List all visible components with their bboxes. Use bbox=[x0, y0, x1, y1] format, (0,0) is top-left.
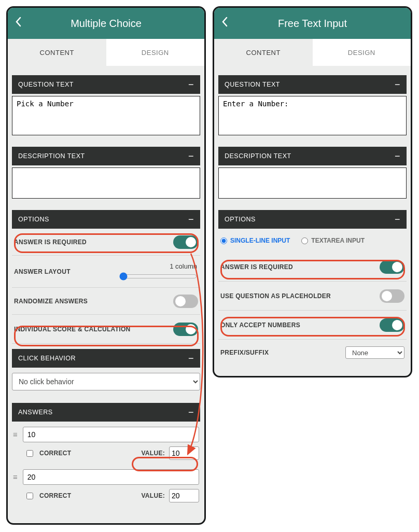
description-text-input[interactable] bbox=[218, 167, 407, 199]
question-text-input[interactable] bbox=[12, 96, 200, 135]
toggle-randomize[interactable] bbox=[173, 295, 198, 308]
collapse-icon[interactable]: − bbox=[395, 214, 400, 225]
section-label: CLICK BEHAVIOR bbox=[18, 355, 76, 362]
section-label: QUESTION TEXT bbox=[18, 81, 74, 88]
radio-single-line[interactable]: SINGLE-LINE INPUT bbox=[220, 237, 290, 244]
panel-content: QUESTION TEXT − DESCRIPTION TEXT − OPTIO… bbox=[8, 75, 204, 511]
section-options: OPTIONS − bbox=[12, 210, 200, 229]
value-input[interactable] bbox=[169, 446, 199, 460]
tab-content[interactable]: CONTENT bbox=[8, 39, 106, 66]
label-individual-score: INDIVIDUAL SCORE & CALCULATION bbox=[14, 326, 131, 333]
section-label: QUESTION TEXT bbox=[225, 81, 280, 88]
label-prefix-suffix: PREFIX/SUFFIX bbox=[220, 349, 269, 356]
collapse-icon[interactable]: − bbox=[188, 151, 194, 162]
description-text-input[interactable] bbox=[12, 167, 200, 199]
row-individual-score: INDIVIDUAL SCORE & CALCULATION bbox=[12, 315, 200, 344]
answer-row: ≡ CORRECT VALUE: bbox=[12, 464, 200, 507]
radio-textarea[interactable]: TEXTAREA INPUT bbox=[301, 237, 365, 244]
row-use-placeholder: USE QUESTION AS PLACEHOLDER bbox=[218, 282, 407, 311]
label-use-placeholder: USE QUESTION AS PLACEHOLDER bbox=[220, 292, 331, 300]
label-answer-required: ANSWER IS REQUIRED bbox=[14, 239, 87, 246]
titlebar: Multiple Choice bbox=[8, 8, 204, 39]
value-input[interactable] bbox=[169, 489, 199, 502]
panel-title: Multiple Choice bbox=[8, 18, 204, 30]
select-prefix-suffix[interactable]: None bbox=[345, 346, 404, 359]
panel-free-text: Free Text Input CONTENT DESIGN QUESTION … bbox=[213, 6, 412, 377]
tabs: CONTENT DESIGN bbox=[214, 39, 411, 66]
toggle-answer-required[interactable] bbox=[380, 260, 404, 274]
tab-content[interactable]: CONTENT bbox=[214, 39, 313, 66]
section-answers: ANSWERS − bbox=[12, 403, 200, 422]
correct-checkbox[interactable] bbox=[26, 493, 33, 499]
section-label: DESCRIPTION TEXT bbox=[225, 152, 291, 160]
collapse-icon[interactable]: − bbox=[188, 214, 194, 225]
panel-content: QUESTION TEXT − DESCRIPTION TEXT − OPTIO… bbox=[214, 75, 411, 370]
section-options: OPTIONS − bbox=[218, 210, 407, 229]
section-description-text: DESCRIPTION TEXT − bbox=[12, 147, 200, 165]
row-answer-required: ANSWER IS REQUIRED bbox=[218, 253, 407, 282]
section-label: OPTIONS bbox=[225, 216, 256, 223]
correct-checkbox[interactable] bbox=[26, 450, 33, 457]
label-correct: CORRECT bbox=[39, 450, 137, 457]
label-answer-layout: ANSWER LAYOUT bbox=[14, 268, 71, 275]
label-value: VALUE: bbox=[141, 492, 165, 499]
label-only-numbers: ONLY ACCEPT NUMBERS bbox=[220, 321, 300, 329]
slider-value: 1 column bbox=[170, 262, 197, 270]
toggle-answer-required[interactable] bbox=[173, 235, 198, 249]
label-randomize: RANDOMIZE ANSWERS bbox=[14, 298, 88, 305]
row-prefix-suffix: PREFIX/SUFFIX None bbox=[218, 340, 407, 366]
panel-title: Free Text Input bbox=[214, 18, 411, 30]
select-click-behavior[interactable]: No click behavior bbox=[12, 373, 200, 390]
tabs: CONTENT DESIGN bbox=[8, 39, 204, 66]
section-question-text: QUESTION TEXT − bbox=[218, 75, 407, 94]
section-label: OPTIONS bbox=[18, 216, 49, 223]
chevron-left-icon bbox=[15, 17, 21, 27]
section-question-text: QUESTION TEXT − bbox=[12, 75, 200, 94]
label-correct: CORRECT bbox=[39, 492, 137, 499]
section-label: ANSWERS bbox=[18, 409, 53, 416]
section-click-behavior: CLICK BEHAVIOR − bbox=[12, 349, 200, 368]
drag-handle-icon[interactable]: ≡ bbox=[13, 432, 18, 437]
chevron-left-icon bbox=[221, 17, 228, 27]
toggle-use-placeholder[interactable] bbox=[380, 289, 404, 303]
titlebar: Free Text Input bbox=[214, 8, 411, 39]
question-text-input[interactable] bbox=[218, 96, 407, 135]
drag-handle-icon[interactable]: ≡ bbox=[13, 475, 18, 479]
back-button[interactable] bbox=[15, 17, 21, 30]
back-button[interactable] bbox=[221, 17, 228, 30]
answer-text-input[interactable] bbox=[23, 469, 199, 485]
answer-row: ≡ CORRECT VALUE: bbox=[12, 422, 200, 464]
tab-design[interactable]: DESIGN bbox=[106, 39, 205, 66]
collapse-icon[interactable]: − bbox=[395, 151, 400, 162]
toggle-only-numbers[interactable] bbox=[380, 318, 404, 332]
collapse-icon[interactable]: − bbox=[188, 353, 194, 364]
toggle-individual-score[interactable] bbox=[173, 323, 198, 336]
label-answer-required: ANSWER IS REQUIRED bbox=[220, 263, 293, 271]
tab-design[interactable]: DESIGN bbox=[313, 39, 411, 66]
row-randomize: RANDOMIZE ANSWERS bbox=[12, 288, 200, 315]
row-only-numbers: ONLY ACCEPT NUMBERS bbox=[218, 311, 407, 340]
collapse-icon[interactable]: − bbox=[395, 79, 400, 90]
slider-answer-layout[interactable] bbox=[119, 272, 197, 281]
row-input-type: SINGLE-LINE INPUT TEXTAREA INPUT bbox=[218, 229, 407, 253]
row-answer-required: ANSWER IS REQUIRED bbox=[12, 229, 200, 256]
panel-multiple-choice: Multiple Choice CONTENT DESIGN QUESTION … bbox=[6, 6, 206, 525]
answer-text-input[interactable] bbox=[23, 427, 199, 442]
label-value: VALUE: bbox=[141, 450, 165, 457]
row-answer-layout: ANSWER LAYOUT 1 column bbox=[12, 256, 200, 288]
section-label: DESCRIPTION TEXT bbox=[18, 152, 85, 160]
collapse-icon[interactable]: − bbox=[188, 79, 194, 90]
collapse-icon[interactable]: − bbox=[188, 407, 194, 418]
section-description-text: DESCRIPTION TEXT − bbox=[218, 147, 407, 165]
